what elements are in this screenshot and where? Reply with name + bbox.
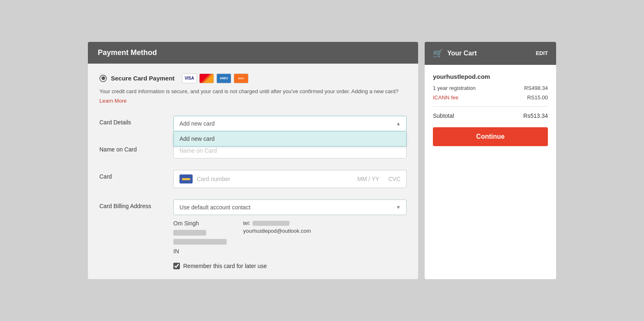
billing-contact-right: tel: yourhustlepod@outlook.com (243, 220, 311, 255)
cart-registration-price: RS498.34 (524, 85, 548, 91)
billing-address-dropdown[interactable]: Use default account contact (173, 199, 407, 215)
card-billing-section: Card Billing Address Use default account… (99, 199, 407, 269)
amex-icon: AMEX (216, 73, 231, 83)
cart-title: Your Cart (447, 50, 477, 57)
learn-more-link[interactable]: Learn More (99, 98, 126, 104)
continue-button[interactable]: Continue (433, 127, 548, 146)
card-section: Card Card number MM / YY CVC (99, 170, 407, 188)
billing-email: yourhustlepod@outlook.com (243, 228, 311, 234)
billing-address-line2 (173, 239, 227, 245)
cart-body: yourhustlepod.com 1 year registration RS… (425, 65, 556, 154)
card-details-dropdown[interactable]: Add new card (173, 116, 407, 131)
remember-card-checkbox[interactable] (173, 263, 180, 269)
card-cvc-placeholder: CVC (388, 176, 400, 182)
secure-card-radio[interactable] (99, 75, 107, 82)
card-label: Card (99, 170, 165, 180)
card-details-dropdown-wrapper: Add new card ▲ Add new card (173, 116, 407, 131)
panel-header: Payment Method (88, 42, 418, 64)
secure-info-text: Your credit card information is secure, … (99, 87, 407, 96)
billing-tel-redacted (253, 221, 290, 226)
add-new-card-option[interactable]: Add new card (174, 131, 406, 146)
card-number-placeholder: Card number (197, 176, 353, 182)
billing-info-row: Om Singh IN tel: yourhustlepod@ou (173, 220, 407, 255)
cart-icann-price: RS15.00 (527, 94, 548, 101)
billing-dropdown-wrapper: Use default account contact ▼ (173, 199, 407, 215)
cart-icon: 🛒 (433, 48, 443, 58)
cart-divider (433, 106, 548, 107)
card-billing-wrap: Use default account contact ▼ Om Singh I… (173, 199, 407, 269)
cart-line-icann: ICANN fee RS15.00 (433, 94, 548, 101)
card-billing-label: Card Billing Address (99, 199, 165, 209)
cart-registration-label: 1 year registration (433, 85, 476, 91)
cart-subtotal-row: Subtotal Rs513.34 (433, 112, 548, 119)
billing-info-block: Om Singh IN tel: yourhustlepod@ou (173, 220, 407, 255)
cart-subtotal-label: Subtotal (433, 112, 454, 119)
panel-title: Payment Method (98, 48, 157, 57)
remember-card-row: Remember this card for later use (173, 263, 407, 269)
cart-subtotal-price: Rs513.34 (523, 112, 548, 119)
cart-header-left: 🛒 Your Cart (433, 48, 477, 58)
secure-card-label: Secure Card Payment (111, 75, 175, 82)
billing-tel-row: tel: (243, 220, 311, 226)
payment-option-row: Secure Card Payment VISA AMEX DISC (99, 73, 407, 83)
card-icons-group: VISA AMEX DISC (182, 73, 248, 83)
cart-icann-label: ICANN fee (433, 94, 458, 101)
remember-card-label: Remember this card for later use (183, 263, 267, 269)
billing-address-line1 (173, 230, 206, 236)
cart-line-registration: 1 year registration RS498.34 (433, 85, 548, 91)
billing-address-left: Om Singh IN (173, 220, 227, 255)
billing-name: Om Singh (173, 220, 227, 227)
cart-edit-button[interactable]: EDIT (536, 50, 548, 56)
cart-header: 🛒 Your Cart EDIT (425, 42, 556, 65)
visa-icon: VISA (182, 73, 197, 83)
card-details-section: Card Details Add new card ▲ Add new card (99, 116, 407, 131)
card-number-field[interactable]: Card number MM / YY CVC (173, 170, 407, 188)
cart-panel: 🛒 Your Cart EDIT yourhustlepod.com 1 yea… (425, 42, 556, 280)
card-details-label: Card Details (99, 116, 165, 126)
billing-tel-label: tel: (243, 220, 250, 226)
name-on-card-label: Name on Card (99, 143, 165, 153)
card-field-wrap: Card number MM / YY CVC (173, 170, 407, 188)
billing-country: IN (173, 248, 227, 255)
card-expiry-placeholder: MM / YY (357, 176, 379, 182)
discover-icon: DISC (234, 73, 248, 83)
panel-body: Secure Card Payment VISA AMEX DISC Your … (88, 64, 418, 280)
payment-panel: Payment Method Secure Card Payment VISA … (88, 42, 418, 280)
card-details-menu: Add new card (173, 131, 407, 147)
card-details-wrap: Add new card ▲ Add new card (173, 116, 407, 131)
mastercard-icon (199, 73, 214, 83)
card-chip-icon (179, 174, 193, 183)
cart-domain: yourhustlepod.com (433, 73, 548, 80)
